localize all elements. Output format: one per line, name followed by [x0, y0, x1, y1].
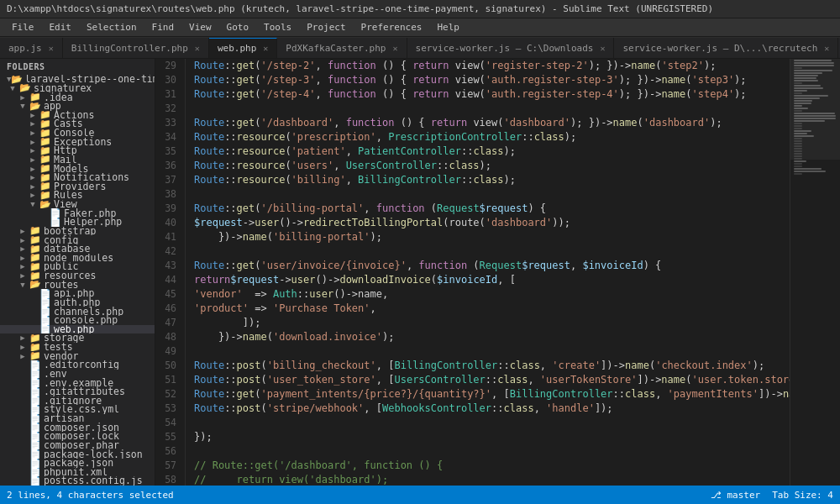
code-line-47: ]); — [194, 316, 790, 330]
tab-billingcontroller[interactable]: BillingController.php✕ — [63, 38, 209, 58]
code-line-56 — [194, 444, 790, 459]
code-line-38 — [194, 187, 790, 202]
tree-item-view[interactable]: ▼📂View — [0, 200, 155, 209]
tab-serviceworker[interactable]: service-worker.js — C:\Downloads✕ — [407, 38, 615, 58]
tree-item-web.php[interactable]: 📄web.php — [0, 325, 155, 334]
tree-item-.editorconfig[interactable]: 📄.editorconfig — [0, 360, 155, 370]
code-line-48: })->name('download.invoice'); — [194, 330, 790, 344]
tree-item-routes[interactable]: ▼📂routes — [0, 280, 155, 289]
status-bar: 2 lines, 4 characters selected ⎇ master … — [0, 486, 840, 504]
code-line-30: Route::get('/step-3', function () { retu… — [194, 73, 790, 87]
tree-item-postcss.config.js[interactable]: 📄postcss.config.js — [0, 476, 155, 486]
tree-item-actions[interactable]: ▶📁Actions — [0, 111, 155, 120]
tree-item-api.php[interactable]: 📄api.php — [0, 289, 155, 298]
tree-item-tests[interactable]: ▶📁tests — [0, 343, 155, 352]
tree-item-config[interactable]: ▶📁config — [0, 235, 155, 244]
tree-item-console.php[interactable]: 📄console.php — [0, 316, 155, 325]
menu-item-selection[interactable]: Selection — [80, 20, 144, 34]
code-line-50: Route::post('billing_checkout', [Billing… — [194, 359, 790, 373]
code-area[interactable]: Route::get('/step-2', function () { retu… — [186, 59, 790, 486]
menu-item-find[interactable]: Find — [145, 20, 181, 34]
tree-item-http[interactable]: ▶📁Http — [0, 146, 155, 155]
tree-item-helper.php[interactable]: 📄Helper.php — [0, 218, 155, 227]
tab-close-pdxkafka[interactable]: ✕ — [393, 44, 398, 53]
tab-serviceworker2[interactable]: service-worker.js — D\...\recrutech✕ — [614, 38, 838, 58]
menu-item-edit[interactable]: Edit — [43, 20, 79, 34]
menu-item-tools[interactable]: Tools — [257, 20, 298, 34]
menu-bar: FileEditSelectionFindViewGotoToolsProjec… — [0, 18, 840, 37]
tree-item-storage[interactable]: ▶📁storage — [0, 333, 155, 343]
code-line-46: 'product' => 'Purchase Token', — [194, 302, 790, 316]
tab-close-serviceworker[interactable]: ✕ — [600, 44, 605, 53]
tree-item-casts[interactable]: ▶📁Casts — [0, 119, 155, 129]
title-bar: D:\xampp\htdocs\signaturex\routes\web.ph… — [0, 0, 840, 18]
tree-item-laravel-stripe--one-time-payment[interactable]: ▼📂laravel-stripe--one-time-payment — [0, 75, 155, 84]
tree-item-.idea[interactable]: ▶📁.idea — [0, 92, 155, 102]
tree-item-node_modules[interactable]: ▶📁node_modules — [0, 254, 155, 263]
tree-item-composer.phar[interactable]: 📄composer.phar — [0, 441, 155, 450]
tree-item-rules[interactable]: ▶📁Rules — [0, 191, 155, 200]
tree-item-auth.php[interactable]: 📄auth.php — [0, 298, 155, 307]
menu-item-view[interactable]: View — [182, 20, 218, 34]
folders-header: FOLDERS — [0, 59, 155, 75]
tab-close-billingcontroller[interactable]: ✕ — [195, 44, 200, 53]
code-line-34: Route::resource('prescription', Prescrip… — [194, 130, 790, 144]
tree-item-providers[interactable]: ▶📁Providers — [0, 182, 155, 192]
tree-item-resources[interactable]: ▶📁resources — [0, 271, 155, 281]
tab-close-appjs[interactable]: ✕ — [49, 44, 54, 53]
git-branch: ⎇ master — [711, 490, 760, 501]
code-line-42 — [194, 244, 790, 259]
tab-appjs[interactable]: app.js✕ — [0, 38, 63, 58]
tab-webphp[interactable]: web.php✕ — [209, 38, 277, 58]
line-numbers: 2930313233343536373839404142434445464748… — [155, 59, 186, 486]
tree-item-bootstrap[interactable]: ▶📁bootstrap — [0, 227, 155, 236]
tree-item-database[interactable]: ▶📁database — [0, 244, 155, 254]
tab-bar[interactable]: app.js✕BillingController.php✕web.php✕PdX… — [0, 37, 840, 59]
code-line-35: Route::resource('patient', PatientContro… — [194, 144, 790, 159]
code-line-40: $request->user()->redirectToBillingPorta… — [194, 216, 790, 230]
tree-item-notifications[interactable]: ▶📁Notifications — [0, 173, 155, 182]
code-line-45: 'vendor' => Auth::user()->name, — [194, 287, 790, 302]
tree-item-channels.php[interactable]: 📄channels.php — [0, 307, 155, 316]
tab-size: Tab Size: 4 — [772, 490, 833, 501]
tab-close-serviceworker2[interactable]: ✕ — [824, 44, 829, 53]
menu-item-project[interactable]: Project — [300, 20, 352, 34]
code-line-32 — [194, 102, 790, 116]
code-line-44: return $request->user()->downloadInvoice… — [194, 273, 790, 287]
tree-item-vendor[interactable]: ▶📁vendor — [0, 351, 155, 360]
tab-pdxkafka[interactable]: PdXKafkaCaster.php✕ — [277, 38, 407, 58]
code-line-52: Route::get('payment_intents/{price?}/{qu… — [194, 387, 790, 402]
menu-item-preferences[interactable]: Preferences — [354, 20, 429, 34]
code-line-29: Route::get('/step-2', function () { retu… — [194, 59, 790, 73]
tree-item-faker.php[interactable]: 📄Faker.php — [0, 208, 155, 218]
tree-item-signaturex[interactable]: ▼📂signaturex — [0, 84, 155, 93]
tree-item-style.css.yml[interactable]: 📄style.css.yml — [0, 405, 155, 414]
tree-item-public[interactable]: ▶📁public — [0, 262, 155, 271]
code-line-57: // Route::get('/dashboard', function () … — [194, 459, 790, 473]
menu-item-goto[interactable]: Goto — [220, 20, 256, 34]
tree-item-mail[interactable]: ▶📁Mail — [0, 155, 155, 165]
tree-item-.gitignore[interactable]: 📄.gitignore — [0, 396, 155, 406]
tab-close-webphp[interactable]: ✕ — [263, 44, 268, 53]
tree-item-.env[interactable]: 📄.env — [0, 370, 155, 379]
tree-item-.gitattributes[interactable]: 📄.gitattributes — [0, 387, 155, 396]
tree-item-artisan[interactable]: 📄artisan — [0, 414, 155, 423]
tree-item-package.json[interactable]: 📄package.json — [0, 459, 155, 468]
menu-item-file[interactable]: File — [5, 20, 41, 34]
code-line-33: Route::get('/dashboard', function () { r… — [194, 116, 790, 130]
tree-item-app[interactable]: ▼📂app — [0, 102, 155, 111]
sidebar[interactable]: FOLDERS ▼📂laravel-stripe--one-time-payme… — [0, 59, 155, 486]
minimap — [790, 59, 840, 486]
tree-item-composer.json[interactable]: 📄composer.json — [0, 423, 155, 432]
code-line-54 — [194, 416, 790, 430]
tree-item-console[interactable]: ▶📁Console — [0, 129, 155, 138]
selection-info: 2 lines, 4 characters selected — [7, 490, 174, 501]
tree-item-models[interactable]: ▶📁Models — [0, 164, 155, 173]
tree-item-composer.lock[interactable]: 📄composer.lock — [0, 432, 155, 441]
tree-item-phpunit.xml[interactable]: 📄phpunit.xml — [0, 468, 155, 477]
code-line-55: }); — [194, 430, 790, 444]
menu-item-help[interactable]: Help — [430, 20, 466, 34]
tree-item-.env.example[interactable]: 📄.env.example — [0, 378, 155, 387]
tree-item-exceptions[interactable]: ▶📁Exceptions — [0, 137, 155, 146]
tree-item-package-lock.json[interactable]: 📄package-lock.json — [0, 449, 155, 459]
